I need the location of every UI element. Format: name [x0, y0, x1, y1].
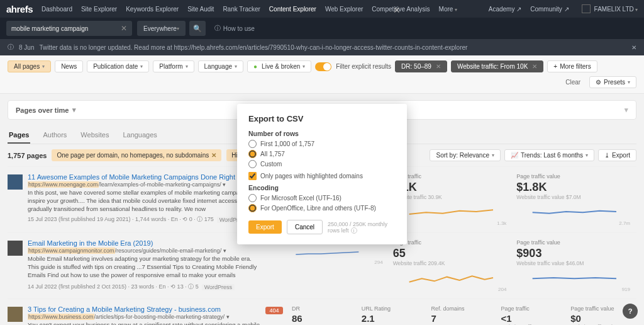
modal-export-button[interactable]: Export [248, 220, 282, 234]
logo[interactable]: ahrefs [6, 4, 33, 14]
result-thumbnail [8, 307, 23, 322]
nav-site-audit[interactable]: Site Audit [187, 6, 214, 13]
tab-authors[interactable]: Authors [42, 127, 68, 144]
radio-custom[interactable]: Custom [248, 160, 396, 168]
sort-select[interactable]: Sort by: Relevance [430, 149, 501, 161]
filter-more[interactable]: + More filters [547, 60, 597, 72]
notification-icon[interactable] [582, 4, 591, 13]
trends-select[interactable]: 📈 Trends: Last 6 months [504, 149, 594, 161]
tab-languages[interactable]: Languages [121, 127, 158, 144]
rows-label: Number of rows [248, 130, 396, 137]
result-snippet: Mobile Email Marketing involves adapting… [28, 255, 260, 280]
result-meta: 15 Jul 2023 (first published 19 Aug 2021… [28, 215, 260, 224]
quota-text: 250,000 / 250K monthly rows lefti [328, 221, 396, 234]
help-fab[interactable]: ? [623, 304, 638, 319]
filter-platform[interactable]: Platform [153, 60, 194, 72]
result-snippet: You can't expect your business to grow a… [28, 321, 260, 325]
export-modal: ✕ Export to CSV Number of rows First 1,0… [237, 104, 407, 244]
nav-content-explorer[interactable]: Content Explorer [269, 6, 316, 13]
result-count: 1,757 pages [8, 152, 47, 159]
result-meta: 14 Jul 2022 (first published 2 Oct 2015)… [28, 283, 260, 291]
notice-close-icon[interactable]: ✕ [631, 44, 636, 51]
remove-traffic-icon[interactable]: ✕ [532, 63, 537, 70]
radio-utf16[interactable]: For Microsoft Excel (UTF-16) [248, 194, 396, 202]
how-to-use[interactable]: ⓘHow to use [214, 24, 255, 33]
account-menu[interactable]: FAMELIX LTD [594, 6, 638, 13]
scope-select[interactable]: Everywhere [137, 21, 186, 36]
search-button[interactable]: 🔍 [189, 21, 206, 36]
tab-pages[interactable]: Pages [8, 127, 30, 144]
filter-language[interactable]: Language [198, 60, 244, 72]
result-url[interactable]: https://www.campaignmonitor.com/resource… [28, 248, 260, 254]
notice-date: 8 Jun [19, 44, 34, 51]
nav-site-explorer[interactable]: Site Explorer [81, 6, 117, 13]
filter-live-broken[interactable]: Live & broken [247, 60, 311, 72]
tab-websites[interactable]: Websites [79, 127, 110, 144]
modal-cancel-button[interactable]: Cancel [287, 220, 323, 234]
radio-all[interactable]: All 1,757 [248, 150, 396, 158]
modal-title: Export to CSV [248, 114, 396, 123]
explicit-toggle[interactable]: Filter explicit results [315, 62, 391, 71]
nav-keywords-explorer[interactable]: Keywords Explorer [126, 6, 179, 13]
radio-utf8[interactable]: For OpenOffice, Libre and others (UTF-8) [248, 204, 396, 212]
chevron-down-icon: ▾ [72, 106, 76, 114]
radio-first-1000[interactable]: First 1,000 of 1,757 [248, 140, 396, 148]
chip-close-icon[interactable]: ✕ [211, 152, 216, 159]
filter-website-traffic[interactable]: Website traffic: From 10K✕ [451, 60, 543, 72]
result-title[interactable]: 11 Awesome Examples of Mobile Marketing … [28, 173, 260, 181]
top-nav: ahrefs Dashboard Site Explorer Keywords … [0, 0, 644, 18]
result-thumbnail [8, 241, 23, 256]
check-highlighted-only[interactable]: Only pages with highlighted domains [248, 172, 396, 180]
search-box: ✕ [6, 21, 132, 36]
result-title[interactable]: 3 Tips for Creating a Mobile Marketing S… [28, 305, 260, 313]
nav-academy[interactable]: Academy ↗ [489, 6, 521, 13]
filter-pubdate[interactable]: Publication date [87, 60, 149, 72]
encoding-label: Encoding [248, 184, 396, 191]
result-thumbnail [8, 174, 23, 190]
search-input[interactable] [11, 25, 121, 32]
nav-web-explorer[interactable]: Web Explorer [325, 6, 363, 13]
remove-dr-icon[interactable]: ✕ [436, 63, 441, 70]
info-icon: ⓘ [8, 43, 14, 52]
filter-bar: All pages News Publication date Platform… [0, 55, 644, 94]
chip-one-per-domain[interactable]: One page per domain, no homepages, no su… [52, 149, 221, 161]
result-url[interactable]: https://www.moengage.com/learn/examples-… [28, 181, 260, 188]
clear-search-icon[interactable]: ✕ [121, 24, 127, 33]
clear-filters[interactable]: Clear [560, 76, 586, 88]
export-button[interactable]: ⤓ Export [598, 149, 636, 161]
nav-dashboard[interactable]: Dashboard [42, 6, 72, 13]
filter-dr[interactable]: DR: 50–89✕ [395, 60, 447, 72]
result-title[interactable]: Email Marketing in the Mobile Era (2019) [28, 239, 260, 247]
modal-close-icon[interactable]: ✕ [393, 5, 401, 15]
status-badge-404: 404 [265, 307, 283, 314]
info-icon[interactable]: i [351, 227, 357, 234]
result-row: 3 Tips for Creating a Mobile Marketing S… [8, 299, 636, 325]
search-bar: ✕ Everywhere 🔍 ⓘHow to use [0, 18, 644, 39]
presets-menu[interactable]: ⚙ Presets [589, 76, 636, 88]
filter-all-pages[interactable]: All pages [8, 60, 51, 72]
notice-banner: ⓘ 8 Jun Twitter data is no longer update… [0, 39, 644, 55]
nav-community[interactable]: Community ↗ [530, 6, 569, 13]
nav-rank-tracker[interactable]: Rank Tracker [223, 6, 260, 13]
nav-competitive[interactable]: Competitive Analysis [372, 6, 430, 13]
nav-more[interactable]: More [439, 6, 457, 13]
notice-text: Twitter data is no longer updated. Read … [39, 44, 467, 51]
filter-news[interactable]: News [55, 60, 83, 72]
result-url[interactable]: https://www.business.com/articles/tips-f… [28, 314, 260, 320]
result-snippet: In this post, we have covered some stell… [28, 189, 260, 213]
